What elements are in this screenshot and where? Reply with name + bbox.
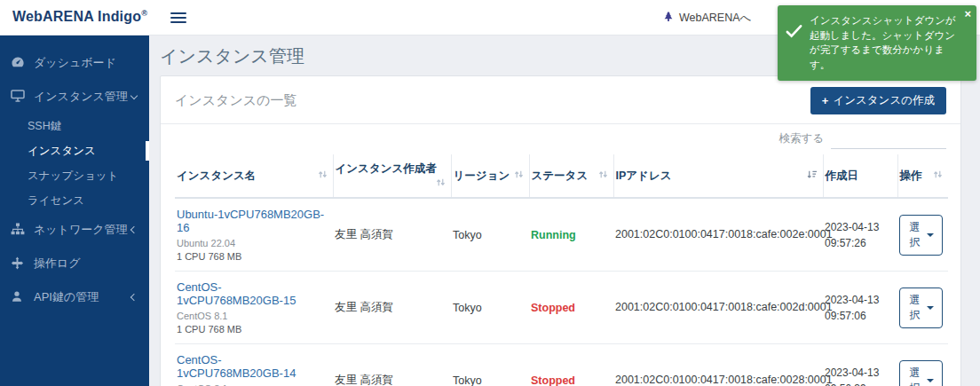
select-action-button[interactable]: 選択 [899,360,943,386]
sort-icon[interactable] [318,169,328,182]
header-status[interactable]: ステータス [529,154,613,198]
webarena-external-link[interactable]: WebARENAへ [662,0,751,35]
header-created-date[interactable]: 作成日 [823,154,897,198]
header-instance-name[interactable]: インスタンス名 [175,154,333,198]
webarena-tree-icon [662,11,675,26]
select-label: 選択 [908,366,921,386]
monitor-icon [11,90,26,104]
created-time: 09:56:39 [825,381,892,386]
header-ip-address[interactable]: IPアドレス [613,154,823,198]
instance-os: Ubuntu 22.04 [177,238,328,248]
sidebar-nav: ダッシュボード インスタンス管理 SSH鍵 インスタンス スナップショット ライ… [0,35,149,386]
page-title: インスタンス管理 [160,44,304,68]
plus-icon: + [822,95,829,106]
header-label: 作成日 [826,169,859,182]
sidebar-label: インスタンス [28,144,96,159]
instance-name-link[interactable]: CentOS-1vCPU768MB20GB-14 [177,353,328,380]
create-instance-button[interactable]: + インスタンスの作成 [810,87,946,114]
instance-creator: 友里 高須賀 [333,272,451,344]
created-date: 2023-04-13 [825,292,892,308]
instance-spec: 1 CPU 768 MB [177,251,328,262]
header-label: ステータス [532,169,589,182]
instance-name-link[interactable]: Ubuntu-1vCPU768MB20GB-16 [177,208,328,234]
table-header-row: インスタンス名 インスタンス作成者 リージョン ステータス IPアドレス [175,154,948,198]
header-label: リージョン [454,169,510,182]
instance-region: Tokyo [451,344,529,386]
sidebar-label: ライセンス [28,193,84,209]
sort-icon[interactable] [598,169,608,182]
brand-logo: WebARENA Indigo® [12,9,147,25]
status-badge: Stopped [531,302,575,314]
card-heading: インスタンスの一覧 [175,92,296,109]
created-date: 2023-04-13 [825,365,892,381]
toast-message: インスタンスシャットダウンが起動しました。シャットダウンが完了するまで数分かかり… [810,13,964,73]
sidebar-label: API鍵の管理 [34,289,99,305]
header-instance-creator[interactable]: インスタンス作成者 [333,154,451,198]
sort-icon[interactable] [514,169,524,182]
header-region[interactable]: リージョン [451,154,529,198]
caret-down-icon [927,379,934,382]
check-icon [786,24,802,42]
search-input[interactable] [831,132,946,149]
instance-list-card: インスタンスの一覧 + インスタンスの作成 検索する インスタンス名 インスタン… [160,75,961,386]
table-row: CentOS-1vCPU768MB20GB-15 CentOS 8.1 1 CP… [175,272,948,344]
created-time: 09:57:06 [825,308,892,324]
instance-region: Tokyo [451,198,529,272]
select-action-button[interactable]: 選択 [899,215,943,256]
created-time: 09:57:26 [825,235,892,251]
hamburger-menu-icon[interactable] [170,10,186,26]
header-actions[interactable]: 操作 [897,154,948,198]
sidebar-item-ssh-keys[interactable]: SSH鍵 [0,114,149,138]
sort-desc-icon[interactable] [806,169,818,182]
sidebar-item-operation-log[interactable]: 操作ログ [0,247,149,280]
sidebar-item-dashboard[interactable]: ダッシュボード [0,46,149,80]
sidebar-label: ネットワーク管理 [34,222,128,238]
sidebar-item-network-management[interactable]: ネットワーク管理 [0,213,149,247]
webarena-link-label: WebARENAへ [679,11,751,26]
instance-name-link[interactable]: CentOS-1vCPU768MB20GB-15 [177,280,328,307]
header-label: 操作 [900,169,922,182]
brand-logo-text: WebARENA Indigo [12,10,141,25]
sidebar-label: スナップショット [28,169,118,184]
instance-creator: 友里 高須賀 [333,344,451,386]
dashboard-icon [11,56,26,70]
sidebar-label: インスタンス管理 [34,89,128,105]
sidebar-item-api-keys[interactable]: API鍵の管理 [0,280,149,314]
table-row: CentOS-1vCPU768MB20GB-14 CentOS 8.1 1 CP… [175,344,948,386]
card-header: インスタンスの一覧 + インスタンスの作成 [161,76,960,124]
toast-close-icon[interactable]: × [964,7,971,21]
instance-region: Tokyo [451,272,529,344]
select-label: 選択 [908,293,921,323]
ip-address: 2001:02C0:0100:0417:0018:cafe:002e:0001 [615,226,818,242]
instance-os: CentOS 8.1 [177,311,328,321]
chevron-left-icon [130,226,138,233]
sort-icon[interactable] [436,177,446,190]
header-label: インスタンス名 [177,169,256,182]
instance-creator: 友里 高須賀 [333,198,451,272]
chevron-left-icon [130,294,138,301]
sidebar-label: 操作ログ [34,256,81,272]
create-instance-label: インスタンスの作成 [833,93,935,108]
header-label: IPアドレス [616,169,672,182]
created-date: 2023-04-13 [825,219,892,235]
caret-down-icon [927,306,934,310]
instance-table: インスタンス名 インスタンス作成者 リージョン ステータス IPアドレス [175,154,948,386]
sidebar-item-snapshots[interactable]: スナップショット [0,163,149,188]
sidebar-item-licenses[interactable]: ライセンス [0,188,149,213]
chevron-down-icon [130,91,138,98]
status-badge: Stopped [531,374,575,386]
select-action-button[interactable]: 選択 [899,288,943,328]
caret-down-icon [927,233,934,237]
sidebar-label: SSH鍵 [28,119,61,134]
ip-address: 2001:02C0:0100:0417:0018:cafe:002d:0001 [615,299,818,315]
sidebar-label: ダッシュボード [34,55,116,71]
sidebar-item-instance-management[interactable]: インスタンス管理 [0,80,149,114]
sort-icon[interactable] [933,169,943,182]
move-arrows-icon [11,256,26,271]
instance-spec: 1 CPU 768 MB [177,324,328,335]
sidebar-item-instances[interactable]: インスタンス [0,138,149,163]
status-badge: Running [531,229,576,241]
ip-address: 2001:02C0:0100:0417:0018:cafe:0028:0001 [615,372,818,386]
user-icon [11,290,26,304]
search-label: 検索する [778,131,824,149]
